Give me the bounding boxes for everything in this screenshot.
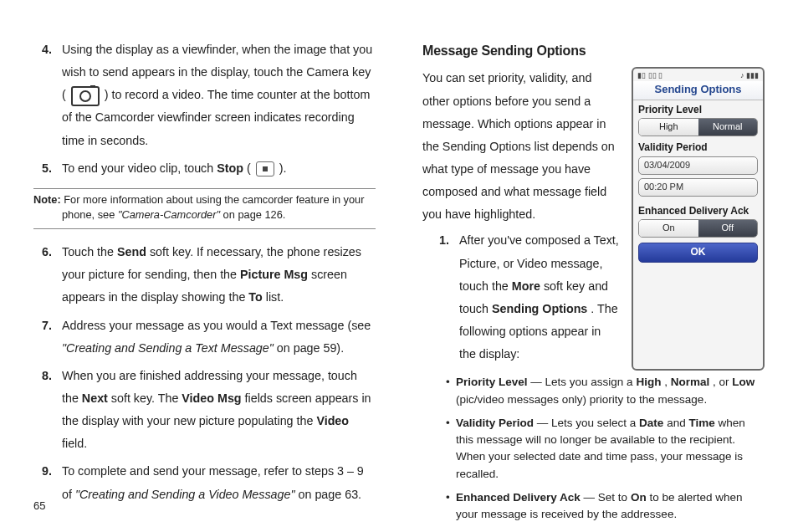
t: (pic/video messages only) priority to th… bbox=[456, 393, 707, 406]
manual-page: 4. Using the display as a viewfinder, wh… bbox=[0, 0, 798, 532]
step-number: 4. bbox=[33, 38, 52, 152]
intro-text: You can set priority, validity, and othe… bbox=[422, 67, 620, 226]
stop-label: Stop bbox=[217, 161, 243, 175]
t: — Lets you assign a bbox=[530, 376, 636, 388]
step-number: 6. bbox=[33, 241, 52, 309]
step-4: 4. Using the display as a viewfinder, wh… bbox=[33, 38, 376, 152]
option-bullets: Priority Level — Lets you assign a High … bbox=[422, 374, 765, 523]
step-body: After you've composed a Text, Picture, o… bbox=[459, 229, 620, 366]
next-key: Next bbox=[82, 391, 108, 405]
step-number: 5. bbox=[33, 157, 52, 180]
ok-button[interactable]: OK bbox=[638, 243, 758, 263]
sending-options: Sending Options bbox=[492, 302, 587, 315]
validity-section: Validity Period 03/04/2009 00:20 PM bbox=[633, 138, 763, 201]
t: — Lets you select a bbox=[537, 417, 639, 429]
text: ( bbox=[247, 161, 254, 175]
bullet-validity: Validity Period — Lets you select a Date… bbox=[446, 415, 765, 483]
priority-section: Priority Level High Normal bbox=[633, 100, 763, 138]
to-list: To bbox=[248, 290, 262, 304]
send-key: Send bbox=[117, 245, 146, 258]
step-9: 9. To complete and send your message, re… bbox=[33, 460, 376, 505]
intro-row: You can set priority, validity, and othe… bbox=[422, 67, 765, 371]
low: Low bbox=[732, 376, 755, 388]
on: On bbox=[631, 491, 647, 504]
step-body: When you are finished addressing your me… bbox=[62, 365, 376, 456]
t: Address your message as you would a Text… bbox=[62, 319, 371, 332]
step-8: 8. When you are finished addressing your… bbox=[33, 365, 376, 456]
t: — Set to bbox=[584, 491, 631, 504]
intro-and-step1: You can set priority, validity, and othe… bbox=[422, 67, 620, 371]
bullet-ack: Enhanced Delivery Ack — Set to On to be … bbox=[446, 489, 765, 524]
ack-off[interactable]: Off bbox=[698, 220, 758, 237]
step-6: 6. Touch the Send soft key. If necessary… bbox=[33, 241, 376, 309]
note-box: Note: For more information about using t… bbox=[33, 188, 376, 229]
t: , bbox=[664, 376, 671, 388]
lead: Priority Level bbox=[456, 376, 528, 388]
text: ). bbox=[279, 161, 287, 175]
text: ) to record a video. The time counter at… bbox=[62, 88, 370, 146]
t: Touch the bbox=[62, 245, 117, 258]
step-7: 7. Address your message as you would a T… bbox=[33, 315, 376, 360]
date: Date bbox=[639, 417, 663, 429]
validity-time-field[interactable]: 00:20 PM bbox=[638, 178, 758, 197]
xref: "Creating and Sending a Text Message" bbox=[62, 341, 274, 355]
priority-high[interactable]: High bbox=[639, 119, 698, 136]
lead: Validity Period bbox=[456, 417, 534, 429]
steps-left-cont: 6. Touch the Send soft key. If necessary… bbox=[33, 241, 376, 506]
ack-label: Enhanced Delivery Ack bbox=[638, 205, 758, 217]
stop-icon bbox=[256, 161, 274, 176]
text: To end your video clip, touch bbox=[62, 161, 217, 175]
t: , or bbox=[713, 376, 732, 388]
section-heading: Message Sending Options bbox=[422, 38, 765, 64]
video-msg: Video Msg bbox=[182, 391, 241, 405]
note-text: on page 126. bbox=[223, 208, 286, 221]
validity-date-field[interactable]: 03/04/2009 bbox=[638, 156, 758, 175]
priority-normal[interactable]: Normal bbox=[698, 119, 758, 136]
phone-status-bar: ▮▯ ▯▯ ▯ ♪ ▮▮▮ bbox=[633, 69, 763, 81]
ack-on[interactable]: On bbox=[639, 220, 698, 237]
step-number: 8. bbox=[33, 365, 52, 456]
ack-segmented[interactable]: On Off bbox=[638, 219, 758, 238]
high: High bbox=[636, 376, 661, 388]
more-key: More bbox=[512, 279, 540, 293]
validity-label: Validity Period bbox=[638, 141, 758, 153]
step-1: 1. After you've composed a Text, Picture… bbox=[422, 229, 620, 366]
bullet-priority: Priority Level — Lets you assign a High … bbox=[446, 374, 765, 408]
left-column: 4. Using the display as a viewfinder, wh… bbox=[33, 38, 376, 515]
lead: Enhanced Delivery Ack bbox=[456, 491, 581, 504]
priority-segmented[interactable]: High Normal bbox=[638, 118, 758, 136]
note-text: phone, see bbox=[62, 208, 118, 221]
t: on page 63. bbox=[299, 488, 362, 501]
right-column: Message Sending Options You can set prio… bbox=[422, 38, 765, 515]
ack-section: Enhanced Delivery Ack On Off bbox=[633, 202, 763, 239]
page-number: 65 bbox=[33, 496, 45, 517]
steps-right: 1. After you've composed a Text, Picture… bbox=[422, 229, 620, 366]
steps-left: 4. Using the display as a viewfinder, wh… bbox=[33, 38, 376, 180]
note-text: For more information about using the cam… bbox=[64, 193, 364, 206]
t: soft key. The bbox=[111, 391, 182, 405]
note-ref: "Camera-Camcorder" bbox=[118, 208, 220, 221]
t: on page 59). bbox=[277, 341, 344, 355]
t: list. bbox=[266, 290, 284, 304]
camera-key-icon bbox=[71, 86, 100, 106]
picture-msg: Picture Msg bbox=[240, 268, 308, 281]
step-body: Touch the Send soft key. If necessary, t… bbox=[62, 241, 376, 309]
status-left: ▮▯ ▯▯ ▯ bbox=[637, 71, 662, 80]
step-number: 7. bbox=[33, 315, 52, 360]
step-number: 1. bbox=[431, 229, 449, 366]
xref: "Creating and Sending a Video Message" bbox=[75, 488, 295, 501]
step-body: Using the display as a viewfinder, when … bbox=[62, 38, 376, 152]
video-field: Video bbox=[316, 414, 349, 427]
t: and bbox=[667, 417, 688, 429]
step-body: Address your message as you would a Text… bbox=[62, 315, 376, 360]
time: Time bbox=[688, 417, 714, 429]
t: field. bbox=[62, 437, 87, 450]
step-body: To end your video clip, touch Stop ( ). bbox=[62, 157, 376, 180]
priority-label: Priority Level bbox=[638, 104, 758, 115]
status-right: ♪ ▮▮▮ bbox=[740, 71, 759, 80]
phone-title: Sending Options bbox=[633, 81, 763, 100]
normal: Normal bbox=[671, 376, 710, 388]
step-5: 5. To end your video clip, touch Stop ( … bbox=[33, 157, 376, 180]
note-lead: Note: bbox=[33, 193, 61, 206]
step-body: To complete and send your message, refer… bbox=[62, 460, 376, 505]
